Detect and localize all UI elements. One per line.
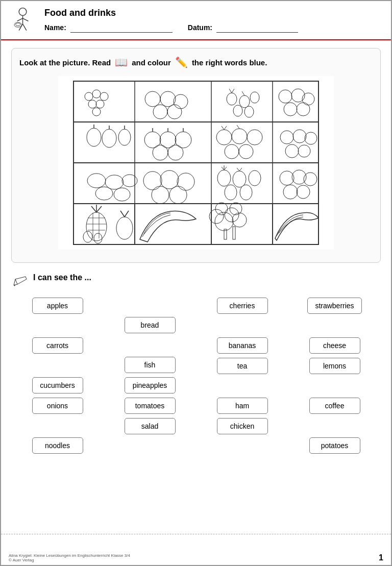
spacer-4 (125, 298, 176, 313)
word-column-2: bread fish pineapples tomatoes salad (104, 298, 196, 454)
datum-field-group: Datum: (188, 22, 298, 33)
word-box-pineapples: pineapples (125, 377, 176, 393)
footer-credit-1: Alina Krygiel: Kleine Leseübungen im Eng… (9, 553, 130, 558)
word-box-apples: apples (32, 298, 83, 314)
svg-line-3 (23, 18, 29, 21)
datum-label: Datum: (188, 23, 212, 32)
word-box-carrots: carrots (32, 337, 83, 354)
spacer-12 (309, 418, 360, 433)
svg-line-2 (17, 18, 23, 21)
word-box-cucumbers: cucumbers (32, 377, 83, 393)
word-box-fish: fish (125, 357, 176, 373)
pencil-icon (11, 275, 29, 288)
spacer-3 (32, 418, 83, 433)
shelf-svg (58, 76, 334, 250)
svg-point-7 (16, 23, 20, 26)
word-box-potatoes: potatoes (309, 437, 360, 454)
page: Food and drinks Name: Datum: Look at the… (0, 0, 392, 566)
word-box-noodles: noodles (32, 437, 83, 454)
datum-input[interactable] (216, 22, 298, 33)
words-grid: apples carrots cucumbers onions noodles … (11, 298, 381, 454)
ican-section: I can see the ... apples carrots cucumbe… (11, 273, 381, 454)
svg-point-0 (19, 8, 27, 16)
spacer-11 (309, 378, 360, 393)
header-icon (9, 6, 37, 34)
spacer-6 (125, 438, 176, 454)
word-box-bread: bread (125, 317, 176, 333)
word-box-tomatoes: tomatoes (125, 398, 176, 414)
word-column-3: cherries bananas tea ham chicken (196, 298, 288, 454)
word-box-onions: onions (32, 398, 83, 414)
svg-line-5 (23, 24, 27, 31)
header-fields: Name: Datum: (44, 22, 383, 33)
spacer-2 (32, 358, 83, 373)
word-box-cheese: cheese (309, 337, 360, 354)
svg-marker-118 (14, 277, 27, 285)
spacer-1 (32, 318, 83, 333)
word-box-lemons: lemons (309, 358, 360, 374)
main-content: Look at the picture. Read 📖 and colour ✏… (1, 40, 391, 461)
word-box-ham: ham (217, 398, 268, 414)
name-input[interactable] (70, 22, 173, 33)
name-field-group: Name: (44, 22, 173, 33)
footer: Alina Krygiel: Kleine Leseübungen im Eng… (1, 534, 391, 565)
shelf-illustration (19, 76, 373, 250)
crayon-icon: ✏️ (175, 56, 188, 68)
word-box-tea: tea (217, 358, 268, 374)
spacer-8 (217, 378, 268, 393)
spacer-10 (309, 318, 360, 333)
name-label: Name: (44, 23, 66, 32)
instruction-part1: Look at the picture. Read (19, 58, 111, 67)
word-box-strawberries: strawberries (307, 298, 361, 314)
word-box-chicken: chicken (217, 418, 268, 434)
ican-title: I can see the ... (33, 273, 91, 282)
word-box-salad: salad (125, 418, 176, 434)
page-number: 1 (379, 553, 383, 562)
page-title: Food and drinks (44, 8, 383, 18)
word-column-1: apples carrots cucumbers onions noodles (11, 298, 104, 454)
exercise-instruction: Look at the picture. Read 📖 and colour ✏… (19, 56, 373, 68)
word-box-coffee: coffee (309, 398, 360, 414)
instruction-part3: the right words blue. (192, 58, 267, 67)
spacer-9 (217, 438, 268, 454)
header-right: Food and drinks Name: Datum: (44, 8, 383, 33)
word-box-bananas: bananas (217, 337, 268, 354)
spacer-5 (125, 337, 176, 353)
word-box-cherries: cherries (217, 298, 268, 314)
instruction-part2: and colour (132, 58, 171, 67)
footer-credit-2: © Auer Verlag (9, 558, 130, 562)
word-column-4: strawberries cheese lemons coffee potato… (288, 298, 381, 454)
exercise-box: Look at the picture. Read 📖 and colour ✏… (11, 48, 381, 263)
book-icon: 📖 (115, 56, 128, 68)
spacer-7 (217, 318, 268, 333)
header: Food and drinks Name: Datum: (1, 1, 391, 40)
